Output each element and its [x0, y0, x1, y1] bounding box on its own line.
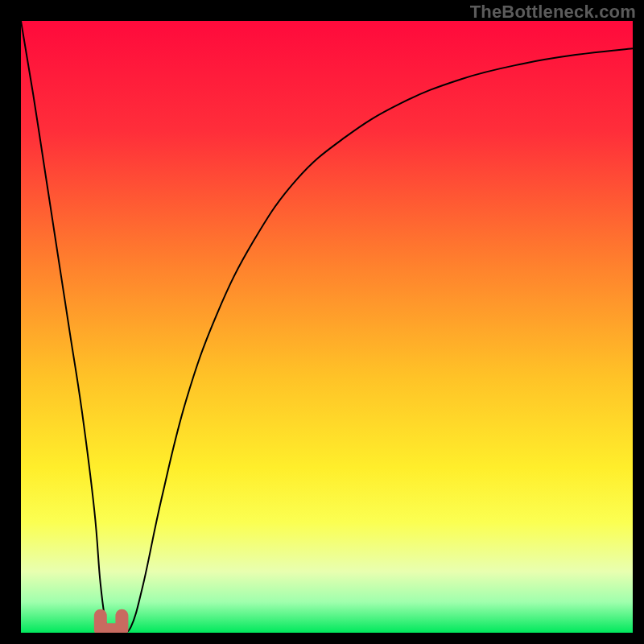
bottleneck-chart — [21, 21, 633, 633]
gradient-background — [21, 21, 633, 633]
watermark-text: TheBottleneck.com — [470, 2, 636, 23]
chart-frame: TheBottleneck.com — [0, 0, 644, 644]
